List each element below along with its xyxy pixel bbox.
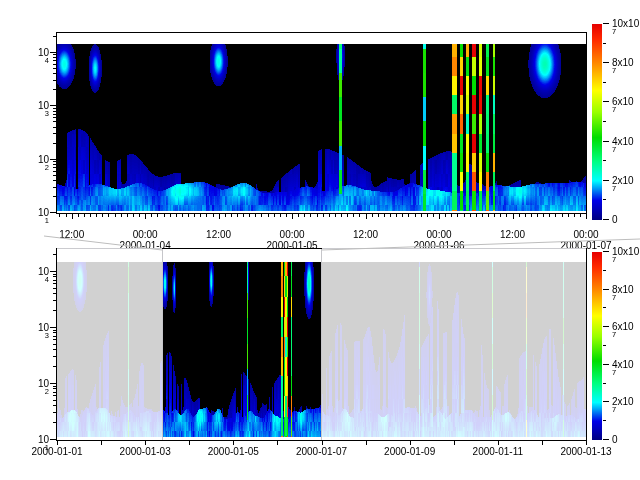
y-minor-tick bbox=[53, 60, 56, 61]
x-major-tick bbox=[72, 214, 73, 219]
y-minor-tick bbox=[53, 143, 56, 144]
x-minor-tick bbox=[274, 214, 275, 217]
zoom-panel-spectrogram-canvas[interactable] bbox=[57, 33, 586, 213]
x-major-tick bbox=[513, 214, 514, 219]
x-minor-tick bbox=[200, 214, 201, 217]
y-minor-tick bbox=[53, 400, 56, 401]
x-minor-tick bbox=[470, 214, 471, 217]
y-minor-tick bbox=[53, 283, 56, 284]
x-minor-tick bbox=[108, 214, 109, 217]
y-minor-tick bbox=[53, 356, 56, 357]
x-minor-tick bbox=[280, 214, 281, 217]
x-time-label: 12:00 bbox=[59, 229, 84, 240]
x-minor-tick bbox=[84, 214, 85, 217]
y-minor-tick bbox=[53, 412, 56, 413]
colorbar-tick-label: 10x107 bbox=[612, 246, 639, 268]
y-minor-tick bbox=[53, 108, 56, 109]
x-minor-tick bbox=[549, 214, 550, 217]
x-minor-tick bbox=[537, 214, 538, 217]
y-minor-tick bbox=[53, 111, 56, 112]
x-day-tick bbox=[410, 441, 411, 445]
x-major-tick bbox=[366, 214, 367, 219]
y-minor-tick bbox=[53, 332, 56, 333]
x-minor-tick bbox=[500, 214, 501, 217]
colorbar-major-tick bbox=[603, 101, 609, 102]
y-minor-tick bbox=[53, 288, 56, 289]
x-day-tick bbox=[454, 441, 455, 445]
y-tick-label: 104 bbox=[15, 47, 49, 69]
y-minor-tick bbox=[53, 422, 56, 423]
x-minor-tick bbox=[170, 214, 171, 217]
y-minor-tick bbox=[53, 133, 56, 134]
x-minor-tick bbox=[139, 214, 140, 217]
x-minor-tick bbox=[451, 214, 452, 217]
y-minor-tick bbox=[53, 167, 56, 168]
x-day-tick bbox=[145, 441, 146, 445]
x-minor-tick bbox=[384, 214, 385, 217]
y-major-tick bbox=[50, 159, 56, 160]
y-tick-label-exp: 3 bbox=[15, 330, 49, 341]
x-day-tick bbox=[233, 441, 234, 445]
x-minor-tick bbox=[531, 214, 532, 217]
y-tick-label: 104 bbox=[15, 266, 49, 288]
y-minor-tick bbox=[53, 117, 56, 118]
x-minor-tick bbox=[353, 214, 354, 217]
x-minor-tick bbox=[506, 214, 507, 217]
colorbar-tick-label-base: 0 bbox=[612, 434, 618, 445]
x-minor-tick bbox=[519, 214, 520, 217]
colorbar-major-tick bbox=[603, 289, 609, 290]
x-minor-tick bbox=[286, 214, 287, 217]
x-minor-tick bbox=[225, 214, 226, 217]
y-minor-tick bbox=[53, 344, 56, 345]
colorbar-major-tick bbox=[603, 219, 609, 220]
y-minor-tick bbox=[53, 280, 56, 281]
y-tick-label-exp: 4 bbox=[15, 274, 49, 285]
x-minor-tick bbox=[372, 214, 373, 217]
y-tick-label-exp: 2 bbox=[15, 386, 49, 397]
y-minor-tick bbox=[53, 57, 56, 58]
y-minor-tick bbox=[53, 196, 56, 197]
colorbar-tick-label-exp: 7 bbox=[612, 404, 634, 415]
y-minor-tick bbox=[53, 386, 56, 387]
x-minor-tick bbox=[317, 214, 318, 217]
x-minor-tick bbox=[476, 214, 477, 217]
x-minor-tick bbox=[151, 214, 152, 217]
x-date-label: 2000-01-09 bbox=[384, 446, 435, 457]
x-minor-tick bbox=[255, 214, 256, 217]
y-minor-tick bbox=[53, 395, 56, 396]
x-minor-tick bbox=[304, 214, 305, 217]
y-tick-label: 102 bbox=[15, 154, 49, 176]
x-minor-tick bbox=[249, 214, 250, 217]
x-minor-tick bbox=[66, 214, 67, 217]
x-minor-tick bbox=[427, 214, 428, 217]
x-minor-tick bbox=[415, 214, 416, 217]
y-tick-label-exp: 4 bbox=[15, 55, 49, 66]
colorbar-tick-label-exp: 7 bbox=[612, 183, 634, 194]
x-minor-tick bbox=[555, 214, 556, 217]
colorbar-major-tick bbox=[603, 180, 609, 181]
x-minor-tick bbox=[402, 214, 403, 217]
y-minor-tick bbox=[53, 392, 56, 393]
x-minor-tick bbox=[390, 214, 391, 217]
colorbar-major-tick bbox=[603, 251, 609, 252]
colorbar-minor-tick bbox=[603, 307, 606, 308]
x-minor-tick bbox=[127, 214, 128, 217]
x-minor-tick bbox=[574, 214, 575, 217]
y-minor-tick bbox=[53, 293, 56, 294]
x-minor-tick bbox=[525, 214, 526, 217]
colorbar-tick-label-base: 0 bbox=[612, 214, 618, 225]
x-minor-tick bbox=[421, 214, 422, 217]
colorbar-major-tick bbox=[603, 141, 609, 142]
x-minor-tick bbox=[133, 214, 134, 217]
y-minor-tick bbox=[53, 175, 56, 176]
colorbar-tick-label-exp: 7 bbox=[612, 26, 639, 37]
y-major-tick bbox=[50, 212, 56, 213]
y-minor-tick bbox=[53, 366, 56, 367]
x-minor-tick bbox=[543, 214, 544, 217]
context-frame-left bbox=[56, 248, 57, 441]
colorbar-minor-tick bbox=[603, 121, 606, 122]
colorbar-minor-tick bbox=[603, 420, 606, 421]
x-date-label: 2000-01-13 bbox=[560, 446, 611, 457]
selection-window[interactable] bbox=[162, 249, 322, 440]
colorbar-major-tick bbox=[603, 364, 609, 365]
